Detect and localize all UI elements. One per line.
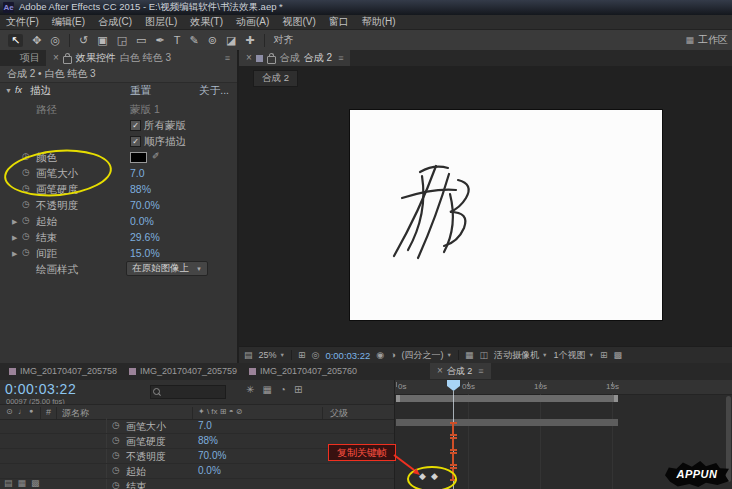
param-value[interactable]: 70.0% bbox=[130, 199, 160, 211]
stopwatch-icon[interactable]: ◷ bbox=[112, 451, 120, 460]
param-value[interactable]: 蒙版 1 bbox=[130, 103, 160, 117]
property-value[interactable]: 70.0% bbox=[198, 450, 226, 461]
grid-options-icon[interactable]: ⊞ bbox=[298, 351, 306, 360]
motion-blur-icon[interactable]: ◔ bbox=[280, 384, 286, 395]
menu-item-file[interactable]: 文件(F) bbox=[6, 15, 39, 29]
stopwatch-icon[interactable]: ◷ bbox=[112, 466, 120, 475]
fast-previews-icon[interactable]: ▦ bbox=[465, 351, 474, 360]
timeline-row-start[interactable]: ◷ 起始 0.0% bbox=[0, 463, 394, 479]
stopwatch-icon[interactable]: ◷ bbox=[112, 436, 120, 445]
stopwatch-icon[interactable]: ◷ bbox=[112, 421, 120, 430]
magnification-menu[interactable]: 25% bbox=[259, 350, 277, 360]
close-icon[interactable]: × bbox=[53, 53, 59, 63]
pen-tool-icon[interactable]: ✒ bbox=[155, 35, 164, 46]
menu-item-composition[interactable]: 合成(C) bbox=[98, 15, 132, 29]
param-value[interactable]: 15.0% bbox=[130, 247, 160, 259]
param-value[interactable]: 0.0% bbox=[130, 215, 154, 227]
menu-item-layer[interactable]: 图层(L) bbox=[145, 15, 177, 29]
stopwatch-icon[interactable]: ◷ bbox=[22, 232, 30, 241]
expand-layers-icon[interactable]: ▤ bbox=[4, 478, 13, 488]
rotation-tool-icon[interactable]: ↺ bbox=[79, 35, 88, 46]
keyframe-marker[interactable] bbox=[450, 452, 457, 466]
snap-align-label[interactable]: 对齐 bbox=[274, 33, 294, 47]
region-of-interest-icon[interactable]: ◎ bbox=[312, 351, 320, 360]
search-input[interactable] bbox=[163, 386, 225, 398]
fx-badge-icon[interactable]: fx bbox=[15, 85, 22, 95]
param-value[interactable]: 29.6% bbox=[130, 231, 160, 243]
tab-comp-2-timeline[interactable]: × 合成 2 ≡ bbox=[430, 363, 491, 379]
menu-item-effect[interactable]: 效果(T) bbox=[190, 15, 223, 29]
draft-3d-icon[interactable]: ▦ bbox=[262, 384, 271, 395]
stopwatch-icon[interactable]: ◷ bbox=[22, 216, 30, 225]
all-masks-checkbox[interactable]: ✓ bbox=[130, 120, 141, 131]
brush-tool-icon[interactable]: ✎ bbox=[189, 35, 198, 46]
tab-composition[interactable]: × 合成 合成 2 ≡ bbox=[239, 50, 350, 66]
menu-item-help[interactable]: 帮助(H) bbox=[362, 15, 396, 29]
hand-tool-icon[interactable]: ✥ bbox=[32, 35, 41, 46]
disclosure-right-icon[interactable]: ▶ bbox=[12, 234, 17, 241]
frame-blend-toggle-icon[interactable]: ▦ bbox=[18, 478, 27, 488]
property-value[interactable]: 7.0 bbox=[198, 420, 212, 431]
view-layout-menu[interactable]: 1个视图 bbox=[554, 349, 586, 362]
comp-nav-badge[interactable]: 合成 2 bbox=[253, 70, 298, 87]
clone-stamp-tool-icon[interactable]: ⊚ bbox=[208, 35, 217, 46]
panel-menu-icon[interactable]: ≡ bbox=[225, 53, 230, 63]
pixel-aspect-icon[interactable]: ⊞ bbox=[600, 351, 608, 360]
shape-tool-icon[interactable]: ▭ bbox=[136, 35, 146, 46]
tab-effect-controls[interactable]: × 效果控件 白色 纯色 3 ≡ bbox=[46, 50, 237, 66]
layer-duration-bar[interactable] bbox=[396, 419, 618, 426]
transparency-grid-icon[interactable]: ◫ bbox=[480, 351, 489, 360]
stroke-sequentially-checkbox[interactable]: ✓ bbox=[130, 136, 141, 147]
stopwatch-icon[interactable]: ◷ bbox=[112, 481, 120, 489]
disclosure-right-icon[interactable]: ▶ bbox=[12, 250, 17, 257]
menu-item-window[interactable]: 窗口 bbox=[329, 15, 349, 29]
panel-menu-icon[interactable]: ≡ bbox=[478, 366, 483, 376]
menu-item-view[interactable]: 视图(V) bbox=[282, 15, 315, 29]
about-button[interactable]: 关于... bbox=[199, 84, 229, 98]
pan-behind-tool-icon[interactable]: ◲ bbox=[117, 35, 127, 46]
show-channels-icon[interactable]: ◑ bbox=[390, 351, 395, 360]
puppet-pin-tool-icon[interactable]: ✚ bbox=[245, 35, 254, 46]
resolution-menu[interactable]: (四分之一) bbox=[402, 349, 444, 362]
menu-item-animation[interactable]: 动画(A) bbox=[236, 15, 269, 29]
param-value[interactable]: 88% bbox=[130, 183, 151, 195]
time-ruler[interactable]: 0s 05s 10s 15s bbox=[395, 380, 732, 395]
graph-toggle-icon[interactable]: ▩ bbox=[31, 478, 40, 488]
zoom-fit-icon[interactable]: ▤ bbox=[244, 351, 253, 360]
param-value[interactable]: 7.0 bbox=[130, 167, 145, 179]
comp-canvas[interactable] bbox=[350, 110, 662, 320]
graph-editor-icon[interactable]: ⊞ bbox=[294, 384, 302, 395]
timeline-row-brush-size[interactable]: ◷ 画笔大小 7.0 bbox=[0, 418, 394, 434]
color-swatch[interactable] bbox=[130, 152, 147, 163]
timeline-row-end[interactable]: ◷ 结束 bbox=[0, 478, 394, 489]
tab-img-205760[interactable]: IMG_20170407_205760 bbox=[242, 363, 372, 379]
current-time-display[interactable]: 0:00:03:22 bbox=[5, 381, 76, 397]
camera-menu[interactable]: 活动摄像机 bbox=[494, 349, 539, 362]
disclosure-right-icon[interactable]: ▶ bbox=[12, 218, 17, 225]
camera-tool-icon[interactable]: ▣ bbox=[97, 35, 107, 46]
tab-img-205758[interactable]: IMG_20170407_205758 bbox=[2, 363, 132, 379]
stopwatch-icon[interactable]: ◷ bbox=[22, 248, 30, 257]
comp-mini-flowchart-icon[interactable]: ✳ bbox=[246, 384, 254, 395]
comp-current-time[interactable]: 0:00:03:22 bbox=[325, 350, 370, 361]
close-icon[interactable]: × bbox=[246, 53, 252, 63]
zoom-tool-icon[interactable]: ◎ bbox=[50, 35, 60, 46]
panel-menu-icon[interactable]: ≡ bbox=[338, 53, 343, 63]
property-value[interactable]: 88% bbox=[198, 435, 218, 446]
paint-style-dropdown[interactable]: 在原始图像上 ▼ bbox=[126, 261, 208, 276]
menu-item-edit[interactable]: 编辑(E) bbox=[52, 15, 85, 29]
work-area-bar[interactable] bbox=[396, 395, 618, 402]
timeline-search-box[interactable] bbox=[150, 385, 226, 399]
selection-tool-icon[interactable]: ↖ bbox=[8, 34, 23, 47]
keyframe-marker[interactable] bbox=[450, 422, 457, 436]
text-tool-icon[interactable]: T bbox=[174, 35, 181, 46]
snapshot-icon[interactable]: ◉ bbox=[376, 351, 384, 360]
eraser-tool-icon[interactable]: ◪ bbox=[226, 35, 236, 46]
eyedropper-icon[interactable]: ✐ bbox=[152, 151, 160, 161]
timeline-button-icon[interactable]: ▩ bbox=[614, 351, 623, 360]
property-value[interactable]: 0.0% bbox=[198, 465, 221, 476]
tab-img-205759[interactable]: IMG_20170407_205759 bbox=[122, 363, 252, 379]
keyframe-marker[interactable] bbox=[450, 437, 457, 451]
stopwatch-icon[interactable]: ◷ bbox=[22, 200, 30, 209]
workspace-switcher[interactable]: 工作区 bbox=[698, 33, 728, 47]
